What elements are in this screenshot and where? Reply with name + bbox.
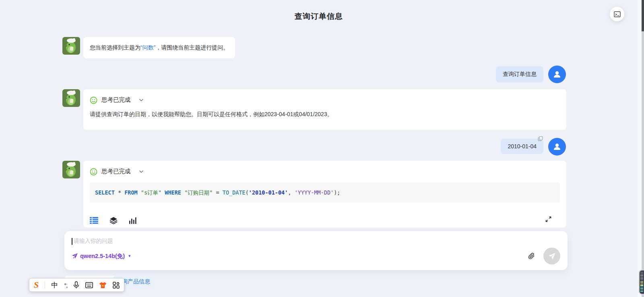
- copy-icon[interactable]: [538, 136, 543, 143]
- user-message-date: 2010-01-04: [501, 138, 566, 156]
- volume-segment-teal: [640, 285, 643, 292]
- ask-date-bubble: 思考已完成 请提供查询订单的日期，以便我能帮助您。日期可以是任何格式，例如202…: [83, 89, 566, 130]
- model-label: qwen2.5-14b(免): [80, 252, 125, 260]
- layers-icon[interactable]: [109, 216, 118, 224]
- divider: [45, 281, 45, 289]
- bot-message-ask-date: 思考已完成 请提供查询订单的日期，以便我能帮助您。日期可以是任何格式，例如202…: [62, 89, 566, 130]
- user-date-bubble: 2010-01-04: [501, 139, 543, 154]
- scrollbar-thumb[interactable]: [642, 0, 644, 31]
- model-selector[interactable]: qwen2.5-14b(免) ▼: [72, 252, 131, 260]
- toolbox-grid-icon[interactable]: [113, 282, 120, 289]
- ime-toolbar: S 中 °,: [29, 278, 124, 292]
- sql-bubble: 思考已完成 SELECT * FROM "s订单" WHERE "订购日期" =…: [83, 161, 566, 227]
- user-avatar: [548, 138, 566, 156]
- ime-punctuation-toggle[interactable]: °,: [64, 282, 67, 289]
- thinking-label: 思考已完成: [101, 96, 131, 104]
- volume-level-widget: [639, 270, 644, 295]
- model-icon: [72, 253, 78, 259]
- send-icon: [548, 252, 556, 260]
- sql-code: SELECT * FROM "s订单" WHERE "订购日期" = TO_DA…: [90, 182, 560, 203]
- ime-logo[interactable]: S: [34, 281, 39, 289]
- user-query-bubble: 查询订单信息: [496, 66, 543, 82]
- expand-icon[interactable]: [545, 216, 552, 225]
- result-view-toolbar: [90, 216, 560, 224]
- bot-avatar: [62, 89, 80, 107]
- volume-segment-gray: [640, 272, 643, 282]
- smiley-icon: [90, 96, 97, 104]
- soft-keyboard-icon[interactable]: [85, 282, 93, 288]
- greeting-suffix: ，请围绕当前主题进行提问。: [155, 44, 229, 51]
- user-date-text: 2010-01-04: [508, 143, 537, 150]
- user-message-query: 查询订单信息: [496, 66, 566, 83]
- volume-segment-yellow: [640, 282, 643, 285]
- chevron-down-icon: ▼: [128, 254, 131, 258]
- chevron-down-icon[interactable]: [139, 170, 144, 173]
- thinking-status-row: 思考已完成: [90, 167, 560, 176]
- ask-date-text: 请提供查询订单的日期，以便我能帮助您。日期可以是任何格式，例如2023-04-0…: [90, 110, 560, 119]
- page-title: 查询订单信息: [0, 11, 638, 22]
- scrollbar-track[interactable]: [642, 0, 644, 297]
- table-view-icon[interactable]: [90, 216, 99, 224]
- greeting-bubble: 您当前选择到主题为“问数”，请围绕当前主题进行提问。: [83, 37, 235, 58]
- user-avatar: [548, 66, 566, 83]
- bot-avatar: [62, 161, 80, 178]
- text-cursor: [72, 238, 72, 245]
- composer: 请输入你的问题 qwen2.5-14b(免) ▼: [64, 231, 568, 270]
- input-placeholder: 请输入你的问题: [74, 238, 113, 245]
- topic-link[interactable]: “问数”: [140, 44, 155, 51]
- bar-chart-icon[interactable]: [129, 216, 138, 224]
- smiley-icon: [90, 168, 97, 176]
- bot-message-greeting: 您当前选择到主题为“问数”，请围绕当前主题进行提问。: [62, 37, 235, 58]
- message-input[interactable]: 请输入你的问题: [72, 238, 560, 245]
- ime-language-toggle[interactable]: 中: [51, 281, 58, 290]
- terminal-button[interactable]: [610, 7, 624, 21]
- chevron-down-icon[interactable]: [139, 98, 144, 102]
- terminal-icon: [614, 11, 621, 18]
- chat-screen: 查询订单信息 您当前选择到主题为“问数”，请围绕当前主题进行提问。 查询订单信息: [0, 0, 644, 297]
- thinking-status-row: 思考已完成: [90, 96, 560, 104]
- bot-message-sql: 思考已完成 SELECT * FROM "s订单" WHERE "订购日期" =…: [62, 161, 566, 227]
- send-button[interactable]: [543, 248, 560, 264]
- thinking-label: 思考已完成: [101, 167, 131, 176]
- paperclip-icon[interactable]: [528, 252, 535, 260]
- greeting-prefix: 您当前选择到主题为: [90, 44, 140, 51]
- skin-shirt-icon[interactable]: [99, 282, 107, 289]
- microphone-icon[interactable]: [73, 281, 79, 289]
- bot-avatar: [62, 37, 80, 55]
